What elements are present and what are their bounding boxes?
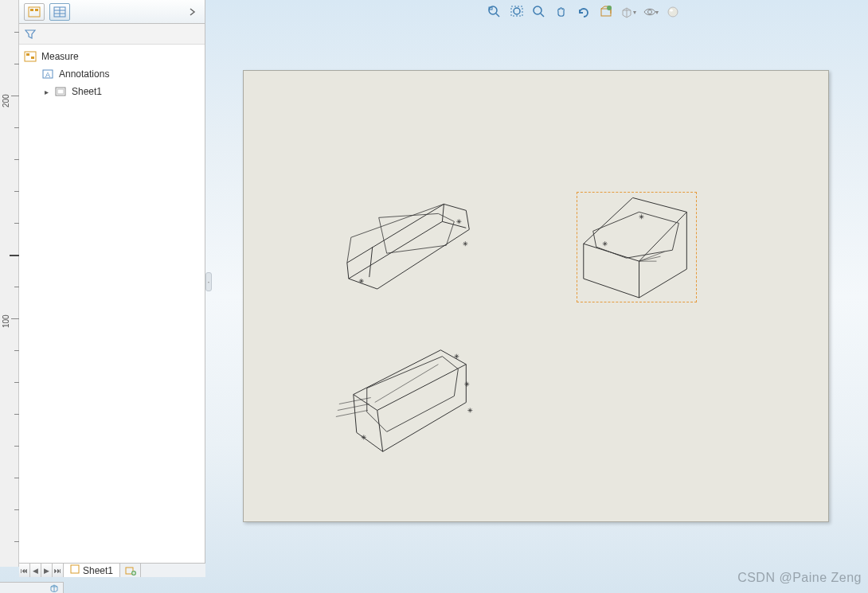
tree-node-annotations[interactable]: A Annotations [19,65,205,83]
add-sheet-button[interactable] [120,564,141,577]
panel-overflow-arrow[interactable] [186,5,200,19]
chevron-right-icon [190,8,196,16]
svg-point-28 [648,10,652,14]
add-sheet-icon [125,566,136,575]
tree-label: Sheet1 [72,86,102,97]
pan-button[interactable] [553,4,570,20]
svg-rect-0 [29,7,40,17]
feature-tree-icon [28,6,41,18]
zoom-to-fit-button[interactable] [508,4,526,20]
zoom-previous-icon [532,5,546,19]
svg-rect-9 [31,57,34,59]
svg-rect-2 [35,9,38,11]
zoom-area-icon [487,5,502,19]
filter-icon[interactable] [24,28,37,41]
hide-show-button[interactable]: ▾ [642,4,659,20]
sheet-nav-next[interactable]: ▶ [41,564,53,577]
ruler-label: 200 [2,94,10,107]
drawing-view-3 [584,197,687,298]
feature-manager-tab[interactable] [24,3,45,21]
sheet-tab-label: Sheet1 [83,565,113,576]
svg-text:A: A [45,71,50,79]
panel-splitter-handle[interactable] [205,272,212,291]
appearance-button[interactable] [664,4,682,20]
dropdown-arrow-icon: ▾ [655,9,659,16]
panel-tab-strip [19,0,205,24]
bottom-left-stub [0,582,64,593]
drawing-icon [24,50,37,63]
display-style-button[interactable]: ▾ [620,4,637,20]
svg-rect-1 [30,9,33,11]
dropdown-arrow-icon: ▾ [633,9,636,16]
filter-row [19,24,205,45]
expander-collapsed-icon[interactable]: ▸ [41,87,51,96]
vertical-ruler: 200 100 [0,0,19,567]
sphere-icon [667,6,679,18]
sheet-nav-prev[interactable]: ◀ [30,564,41,577]
sheet-page-icon [70,564,80,576]
annotations-icon: A [41,68,54,80]
watermark-text: CSDN @Paine Zeng [737,571,862,585]
drawing-sheet[interactable] [243,70,829,522]
section-view-button[interactable] [597,4,615,20]
drawing-views [244,71,828,521]
svg-rect-14 [71,565,79,573]
section-icon [599,5,613,19]
sheet-nav-last[interactable]: ⏭ [53,564,64,577]
ruler-label: 100 [2,314,10,328]
design-tree: Measure A Annotations ▸ Sheet1 [19,45,205,567]
view-toolbar: ▾ ▾ [486,3,682,21]
redo-button[interactable] [575,4,592,20]
svg-point-29 [668,7,678,17]
tree-node-sheet[interactable]: ▸ Sheet1 [19,83,205,100]
svg-line-25 [541,14,544,17]
svg-rect-13 [57,89,64,94]
property-icon [53,6,66,18]
tree-label: Measure [41,51,79,62]
zoom-to-area-button[interactable] [486,4,503,20]
property-manager-tab[interactable] [49,3,70,21]
tree-label: Annotations [59,68,109,80]
sheet-nav-first[interactable]: ⏮ [19,564,30,577]
tree-root-measure[interactable]: Measure [19,48,205,65]
zoom-fit-icon [510,5,524,19]
drawing-view-1 [347,204,469,289]
feature-manager-panel: Measure A Annotations ▸ Sheet1 [19,0,205,567]
drawing-view-2 [336,350,472,452]
sheet-icon [54,85,67,98]
sheet-tab-active[interactable]: Sheet1 [64,564,120,577]
svg-point-30 [670,10,673,12]
svg-point-24 [534,6,542,14]
sheet-tab-bar: ⏮ ◀ ▶ ⏭ Sheet1 [19,563,205,577]
model-cube-icon[interactable] [49,584,60,592]
svg-point-27 [607,6,612,10]
svg-point-23 [514,8,520,14]
pan-icon [554,5,569,19]
redo-icon [577,5,591,19]
zoom-previous-button[interactable] [530,4,548,20]
svg-rect-8 [26,53,29,56]
svg-line-20 [496,14,499,17]
